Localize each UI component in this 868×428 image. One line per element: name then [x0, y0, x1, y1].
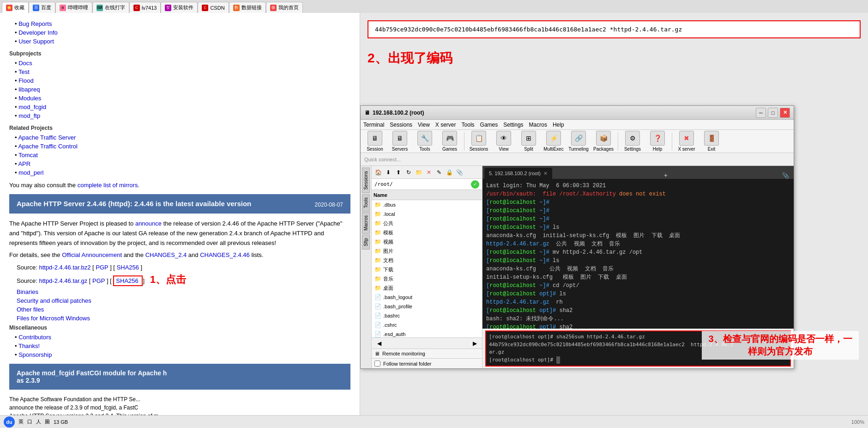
sidebar-item-flood[interactable]: Flood	[18, 77, 34, 84]
toolbar-tools[interactable]: 🔧 Tools	[413, 130, 436, 153]
file-item-bash-logout[interactable]: 📄 .bash_logout	[372, 293, 482, 302]
file-perms-btn[interactable]: 🔒	[445, 168, 454, 177]
security-link[interactable]: Security and official patches	[17, 297, 91, 304]
changes-246-link[interactable]: CHANGES_2.4.46	[200, 251, 250, 258]
file-newdir-btn[interactable]: 📁	[414, 168, 423, 177]
taskbar-keyboard[interactable]: 口	[27, 418, 32, 425]
official-announcement-link[interactable]: Official Announcement	[62, 251, 122, 258]
tab-home[interactable]: 微 我的首页	[266, 2, 303, 13]
source1-sha256-link[interactable]: SHA256	[117, 264, 139, 271]
menu-sessions[interactable]: Sessions	[390, 122, 412, 128]
tab-csdn[interactable]: C CSDN	[198, 2, 229, 13]
file-item-downloads[interactable]: 📁 下载	[372, 265, 482, 274]
menu-games[interactable]: Games	[480, 122, 498, 128]
file-item-videos[interactable]: 📁 视频	[372, 237, 482, 246]
file-item-pictures[interactable]: 📁 图片	[372, 246, 482, 256]
file-home-btn[interactable]: 🏠	[374, 168, 383, 177]
toolbar-help[interactable]: ❓ Help	[646, 130, 669, 153]
file-item-documents[interactable]: 📁 文档	[372, 256, 482, 265]
sidebar-macros-tab[interactable]: Macros	[362, 212, 370, 234]
minimize-button[interactable]: ─	[756, 108, 766, 118]
sidebar-item-apr[interactable]: APR	[18, 160, 30, 167]
file-item-templates[interactable]: 📁 模板	[372, 228, 482, 237]
menu-xserver[interactable]: X server	[435, 122, 456, 128]
toolbar-tunneling[interactable]: 🔗 Tunneling	[567, 130, 590, 153]
sidebar-item-user-support[interactable]: User Support	[18, 38, 54, 45]
file-refresh-btn[interactable]: ↻	[404, 168, 413, 177]
toolbar-packages[interactable]: 📦 Packages	[592, 130, 615, 153]
sidebar-item-bug-reports[interactable]: Bug Reports	[18, 20, 52, 27]
menu-terminal[interactable]: Terminal	[363, 122, 384, 128]
sidebar-item-apache-traffic-server[interactable]: Apache Traffic Server	[18, 134, 76, 141]
toolbar-multiexec[interactable]: ⚡ MultiExec	[542, 130, 565, 153]
file-item-bashrc[interactable]: 📄 .bashrc	[372, 311, 482, 320]
sidebar-item-libapreq[interactable]: libapreq	[18, 86, 40, 93]
toolbar-session[interactable]: 🖥 Session	[363, 130, 386, 153]
menu-tools[interactable]: Tools	[462, 122, 475, 128]
tab-lv7413[interactable]: C lv7413	[129, 2, 161, 13]
announce-link[interactable]: announce	[135, 220, 162, 227]
toolbar-settings[interactable]: ⚙ Settings	[621, 130, 644, 153]
binaries-link[interactable]: Binaries	[17, 288, 38, 295]
sidebar-item-thanks[interactable]: Thanks!	[18, 342, 40, 349]
file-item-local[interactable]: 📁 .local	[372, 209, 482, 219]
file-path-ok-btn[interactable]: ✓	[471, 180, 479, 189]
tab-install[interactable]: 安 安装软件	[161, 2, 198, 13]
taskbar-lang[interactable]: 英	[18, 418, 24, 425]
source1-bz2-link[interactable]: httpd-2.4.46.tar.bz2	[39, 264, 90, 271]
maximize-button[interactable]: □	[768, 108, 778, 118]
menu-settings[interactable]: Settings	[503, 122, 523, 128]
source1-pgp-link[interactable]: PGP	[96, 264, 108, 271]
file-upload-btn[interactable]: ⬆	[394, 168, 403, 177]
file-item-bash-profile[interactable]: 📄 .bash_profile	[372, 302, 482, 311]
toolbar-servers[interactable]: 🖥 Servers	[388, 130, 411, 153]
toolbar-sessions[interactable]: 📋 Sessions	[467, 130, 490, 153]
baidu-logo[interactable]: du	[4, 416, 15, 428]
file-item-desktop[interactable]: 📁 桌面	[372, 283, 482, 293]
sidebar-item-contributors[interactable]: Contributors	[18, 334, 51, 341]
menu-help[interactable]: Help	[553, 122, 564, 128]
file-rename-btn[interactable]: ✎	[434, 168, 444, 177]
terminal-scroll-right[interactable]: 📎	[779, 172, 792, 179]
remote-monitoring-label[interactable]: Remote monitoring	[382, 351, 425, 356]
file-item-cshrc[interactable]: 📄 .cshrc	[372, 320, 482, 330]
file-item-music[interactable]: 📁 音乐	[372, 274, 482, 283]
quick-connect-bar[interactable]: Quick connect...	[361, 153, 794, 166]
follow-terminal-checkbox[interactable]	[374, 361, 380, 367]
file-item-public[interactable]: 📁 公共	[372, 219, 482, 228]
tab-data[interactable]: 数 数据链接	[229, 2, 266, 13]
sidebar-item-test[interactable]: Test	[18, 68, 30, 75]
sidebar-item-mod-fcgid[interactable]: mod_fcgid	[18, 104, 46, 110]
sidebar-sftp-tab[interactable]: Sftp	[362, 235, 370, 250]
sidebar-item-docs[interactable]: Docs	[18, 60, 32, 67]
terminal-add-tab[interactable]: +	[662, 171, 669, 179]
other-files-link[interactable]: Other files	[17, 306, 44, 313]
close-button[interactable]: ✕	[780, 108, 790, 118]
files-windows-link[interactable]: Files for Microsoft Windows	[17, 315, 90, 322]
menu-view[interactable]: View	[418, 122, 430, 128]
sidebar-sessions-tab[interactable]: Sessions	[362, 168, 370, 193]
sidebar-item-mod-perl[interactable]: mod_perl	[18, 169, 43, 176]
tab-collections[interactable]: ⭐ 收藏	[2, 2, 29, 13]
file-scroll-btn[interactable]: ▶	[470, 339, 479, 348]
toolbar-view[interactable]: 👁 View	[492, 130, 515, 153]
source2-gz-link[interactable]: httpd-2.4.46.tar.gz	[39, 277, 87, 284]
file-delete-btn[interactable]: ✕	[424, 168, 434, 177]
terminal-output[interactable]: Last login: Thu May 6 06:00:33 2021 /usr…	[482, 179, 794, 329]
file-item-dbus[interactable]: 📁 .dbus	[372, 200, 482, 209]
source2-pgp-link[interactable]: PGP	[92, 277, 105, 284]
sidebar-item-apache-traffic-control[interactable]: Apache Traffic Control	[18, 143, 77, 150]
tab-typing[interactable]: ⌨ 在线打字	[92, 2, 129, 13]
toolbar-split[interactable]: ⊞ Split	[517, 130, 540, 153]
changes-24-link[interactable]: CHANGES_2.4	[145, 251, 187, 258]
tab-baidu[interactable]: 百 百度	[29, 2, 55, 13]
mirrors-link[interactable]: complete list of mirrors	[78, 182, 138, 189]
sidebar-tools-tab[interactable]: Tools	[362, 194, 370, 211]
toolbar-xserver[interactable]: ✖ X server	[675, 130, 698, 153]
menu-macros[interactable]: Macros	[529, 122, 547, 128]
file-collapse-btn[interactable]: ◀	[374, 339, 384, 348]
sidebar-item-sponsorship[interactable]: Sponsorship	[18, 351, 52, 358]
terminal-tab-close[interactable]: ✕	[543, 171, 548, 177]
taskbar-user[interactable]: 人	[36, 418, 41, 425]
toolbar-games[interactable]: 🎮 Games	[438, 130, 461, 153]
